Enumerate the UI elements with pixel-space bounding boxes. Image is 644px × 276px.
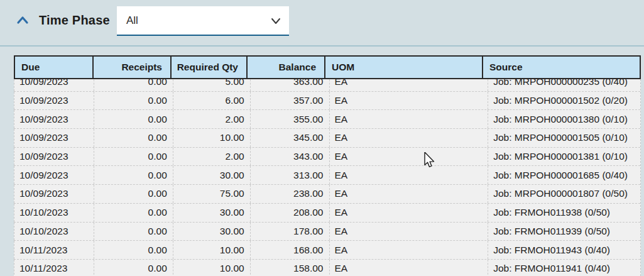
table-cell: 10/09/2023	[14, 185, 94, 203]
grid-header-row: DueReceiptsRequired QtyBalanceUOMSource	[14, 55, 641, 79]
table-cell: EA	[329, 92, 488, 110]
column-header-required-qty[interactable]: Required Qty	[172, 57, 248, 78]
grid-body-viewport[interactable]: 10/09/20230.005.00363.00EAJob: MRPOH0000…	[14, 79, 641, 276]
table-cell: 238.00	[250, 185, 329, 203]
table-row[interactable]: 10/09/20230.0010.00345.00EAJob: MRPOH000…	[14, 129, 640, 148]
table-row[interactable]: 10/10/20230.0030.00208.00EAJob: FRMOH011…	[14, 204, 640, 223]
table-row[interactable]: 10/09/20230.002.00343.00EAJob: MRPOH0000…	[14, 148, 640, 167]
table-cell: Job: MRPOH000001381 (0/10)	[488, 148, 640, 166]
table-cell: EA	[329, 79, 488, 91]
table-cell: Job: FRMOH011943 (0/40)	[488, 241, 640, 259]
table-cell: 0.00	[94, 92, 173, 110]
table-cell: 10/09/2023	[14, 110, 94, 128]
table-cell: 2.00	[173, 110, 250, 128]
table-cell: 0.00	[94, 79, 173, 91]
table-cell: 0.00	[94, 148, 173, 166]
table-cell: 30.00	[173, 223, 250, 241]
table-cell: 10/09/2023	[14, 148, 94, 166]
table-cell: EA	[329, 223, 488, 241]
grid-body: 10/09/20230.005.00363.00EAJob: MRPOH0000…	[14, 79, 640, 276]
table-cell: 0.00	[94, 223, 173, 241]
table-cell: EA	[329, 166, 488, 184]
table-cell: 0.00	[94, 204, 173, 222]
table-cell: 168.00	[250, 241, 329, 259]
column-header-receipts[interactable]: Receipts	[94, 57, 172, 78]
table-cell: 10.00	[173, 260, 250, 276]
table-cell: 0.00	[94, 129, 173, 147]
table-cell: Job: MRPOH000001807 (0/50)	[488, 185, 640, 203]
table-cell: 357.00	[250, 92, 329, 110]
table-row[interactable]: 10/10/20230.0030.00178.00EAJob: FRMOH011…	[14, 223, 640, 241]
table-cell: Job: MRPOH000000235 (0/40)	[488, 79, 640, 91]
table-cell: Job: MRPOH000001505 (0/10)	[488, 129, 640, 147]
table-cell: Job: FRMOH011939 (0/50)	[488, 223, 640, 241]
collapse-chevron-up-icon[interactable]	[16, 15, 29, 25]
table-cell: 158.00	[250, 260, 329, 276]
table-cell: 10/10/2023	[14, 223, 94, 241]
table-cell: Job: FRMOH011938 (0/50)	[488, 204, 640, 222]
column-header-uom[interactable]: UOM	[325, 57, 483, 78]
table-cell: Job: MRPOH000001380 (0/10)	[488, 110, 640, 128]
table-cell: 10/09/2023	[14, 166, 94, 184]
table-cell: 178.00	[250, 223, 329, 241]
table-cell: 0.00	[94, 110, 173, 128]
table-cell: 10/09/2023	[14, 129, 94, 147]
table-cell: 10/11/2023	[14, 241, 94, 259]
table-cell: EA	[329, 260, 488, 276]
table-cell: 75.00	[173, 185, 250, 203]
table-cell: 2.00	[173, 148, 250, 166]
table-cell: EA	[329, 110, 488, 128]
table-cell: Job: MRPOH000001502 (0/20)	[488, 92, 640, 110]
table-cell: 208.00	[250, 204, 329, 222]
table-cell: Job: FRMOH011941 (0/40)	[488, 260, 640, 276]
table-cell: 0.00	[94, 241, 173, 259]
table-cell: 30.00	[173, 166, 250, 184]
table-row[interactable]: 10/09/20230.0075.00238.00EAJob: MRPOH000…	[14, 185, 640, 204]
panel-title: Time Phase	[39, 13, 110, 28]
dropdown-selected-value: All	[117, 14, 138, 27]
table-row[interactable]: 10/09/20230.002.00355.00EAJob: MRPOH0000…	[14, 110, 640, 129]
table-cell: 343.00	[250, 148, 329, 166]
table-cell: 0.00	[94, 185, 173, 203]
time-phase-panel-header: Time Phase All	[0, 0, 644, 47]
table-cell: 363.00	[250, 79, 329, 91]
column-header-balance[interactable]: Balance	[248, 57, 325, 78]
chevron-down-icon	[270, 16, 281, 26]
table-cell: 0.00	[94, 260, 173, 276]
table-row[interactable]: 10/09/20230.0030.00313.00EAJob: MRPOH000…	[14, 166, 640, 185]
table-row[interactable]: 10/09/20230.005.00363.00EAJob: MRPOH0000…	[14, 79, 640, 92]
table-cell: EA	[329, 185, 488, 203]
table-cell: 10/10/2023	[14, 204, 94, 222]
table-cell: 30.00	[173, 204, 250, 222]
table-row[interactable]: 10/11/20230.0010.00168.00EAJob: FRMOH011…	[14, 241, 640, 260]
table-cell: 355.00	[250, 110, 329, 128]
table-cell: 10/11/2023	[14, 260, 94, 276]
table-cell: EA	[329, 129, 488, 147]
table-cell: EA	[329, 148, 488, 166]
table-cell: 6.00	[173, 92, 250, 110]
table-cell: 10/09/2023	[14, 79, 94, 91]
table-cell: 345.00	[250, 129, 329, 147]
table-cell: EA	[329, 241, 488, 259]
table-cell: 5.00	[173, 79, 250, 91]
table-cell: 10/09/2023	[14, 92, 94, 110]
table-cell: 10.00	[173, 241, 250, 259]
table-cell: 313.00	[250, 166, 329, 184]
column-header-due[interactable]: Due	[15, 57, 94, 78]
table-cell: Job: MRPOH000001685 (0/40)	[488, 166, 640, 184]
column-header-source[interactable]: Source	[483, 57, 636, 78]
time-phase-filter-dropdown[interactable]: All	[117, 6, 289, 36]
table-row[interactable]: 10/09/20230.006.00357.00EAJob: MRPOH0000…	[14, 92, 640, 111]
table-cell: EA	[329, 204, 488, 222]
table-cell: 0.00	[94, 166, 173, 184]
table-row[interactable]: 10/11/20230.0010.00158.00EAJob: FRMOH011…	[14, 260, 640, 276]
table-cell: 10.00	[173, 129, 250, 147]
